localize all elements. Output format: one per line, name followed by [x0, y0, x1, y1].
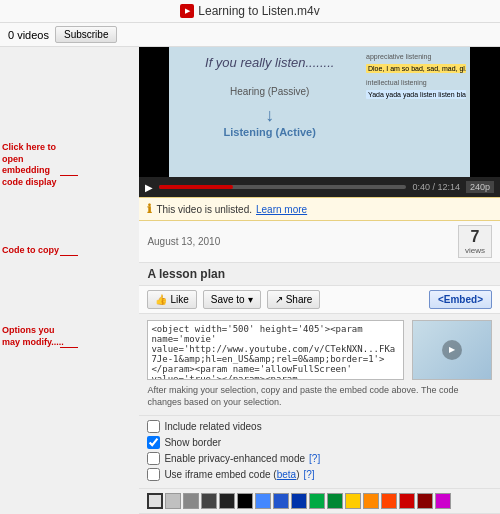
slide-right-item-4: Yada yada yada listen listen blah blah..…: [366, 90, 466, 99]
embed-code-textarea[interactable]: <object width='500' height='405'><param …: [147, 320, 404, 380]
color-swatch[interactable]: [291, 493, 307, 509]
video-progress-bar[interactable]: ▶ 0:40 / 12:14 240p: [139, 177, 500, 197]
annotation-embed-click: Click here to open embedding code displa…: [2, 142, 70, 189]
color-swatch[interactable]: [165, 493, 181, 509]
views-box: 7 views: [458, 225, 492, 258]
learn-more-link[interactable]: Learn more: [256, 204, 307, 215]
color-swatch[interactable]: [327, 493, 343, 509]
iframe-help-link[interactable]: [?]: [303, 469, 314, 480]
video-black-right: [470, 47, 500, 177]
arrow-2: [60, 255, 78, 256]
like-button[interactable]: 👍 Like: [147, 290, 196, 309]
slide-right-panel: appreciative listening Dloe, I am so bad…: [366, 53, 466, 99]
share-icon: ↗: [275, 294, 283, 305]
privacy-label: Enable privacy-enhanced mode: [164, 453, 305, 464]
option-iframe[interactable]: Use iframe embed code (beta) [?]: [147, 468, 492, 481]
info-icon: ℹ: [147, 202, 152, 216]
time-display: 0:40 / 12:14: [412, 182, 460, 192]
chevron-down-icon: ▾: [248, 294, 253, 305]
youtube-icon: [180, 4, 194, 18]
options-section: Include related videos Show border Enabl…: [139, 416, 500, 489]
slide-title: If you really listen........: [179, 55, 360, 70]
option-related-videos[interactable]: Include related videos: [147, 420, 492, 433]
share-button[interactable]: ↗ Share: [267, 290, 321, 309]
color-palette-section: [139, 489, 500, 514]
views-count: 0 videos: [8, 29, 49, 41]
views-count: 7: [465, 228, 485, 246]
video-player[interactable]: If you really listen........ Hearing (Pa…: [139, 47, 500, 177]
progress-fill: [159, 185, 233, 189]
video-controls-bar: 0 videos Subscribe: [0, 23, 500, 47]
privacy-checkbox[interactable]: [147, 452, 160, 465]
show-border-label: Show border: [164, 437, 221, 448]
slide-right-item-1: appreciative listening: [366, 53, 466, 60]
annotation-options: Options you may modify.....: [2, 325, 70, 348]
upload-date: August 13, 2010: [147, 236, 220, 247]
show-border-checkbox[interactable]: [147, 436, 160, 449]
slide-listening: Listening (Active): [179, 126, 360, 138]
preview-play-icon: ▶: [442, 340, 462, 360]
arrow-3: [60, 347, 78, 348]
color-swatch[interactable]: [399, 493, 415, 509]
video-title: A lesson plan: [139, 263, 500, 286]
slide-hearing: Hearing (Passive): [179, 86, 360, 97]
related-videos-checkbox[interactable]: [147, 420, 160, 433]
date-views-row: August 13, 2010 7 views: [139, 221, 500, 263]
color-swatch[interactable]: [381, 493, 397, 509]
video-black-left: [139, 47, 169, 177]
color-swatch[interactable]: [345, 493, 361, 509]
color-swatch[interactable]: [183, 493, 199, 509]
slide-right-item-2: Dloe, I am so bad, sad, mad, gl...: [366, 64, 466, 73]
color-swatch[interactable]: [417, 493, 433, 509]
video-slide-content: If you really listen........ Hearing (Pa…: [169, 47, 470, 177]
color-swatch[interactable]: [435, 493, 451, 509]
iframe-label: Use iframe embed code (beta): [164, 469, 299, 480]
beta-link[interactable]: beta: [277, 469, 296, 480]
iframe-checkbox[interactable]: [147, 468, 160, 481]
main-content: If you really listen........ Hearing (Pa…: [139, 47, 500, 514]
embed-button[interactable]: <Embed>: [429, 290, 492, 309]
progress-bar[interactable]: [159, 185, 406, 189]
annotations-panel: Click here to open embedding code displa…: [0, 47, 64, 514]
color-swatch[interactable]: [255, 493, 271, 509]
slide-right-item-3: intellectual listening: [366, 79, 466, 86]
info-bar: ℹ This video is unlisted. Learn more: [139, 197, 500, 221]
thumbs-up-icon: 👍: [155, 294, 167, 305]
option-privacy[interactable]: Enable privacy-enhanced mode [?]: [147, 452, 492, 465]
quality-button[interactable]: 240p: [466, 181, 494, 193]
subscribe-button[interactable]: Subscribe: [55, 26, 117, 43]
arrow-1: [60, 175, 78, 176]
page-wrapper: Learning to Listen.m4v 0 videos Subscrib…: [0, 0, 500, 514]
page-title: Learning to Listen.m4v: [198, 4, 319, 18]
color-swatches: [147, 493, 492, 509]
embed-code-row: <object width='500' height='405'><param …: [147, 320, 492, 380]
info-text: This video is unlisted.: [156, 204, 252, 215]
color-swatch[interactable]: [237, 493, 253, 509]
color-swatch[interactable]: [201, 493, 217, 509]
page-header: Learning to Listen.m4v: [0, 0, 500, 23]
color-swatch[interactable]: [309, 493, 325, 509]
embed-preview: ▶: [412, 320, 492, 380]
embed-note: After making your selection, copy and pa…: [147, 384, 492, 409]
save-button[interactable]: Save to ▾: [203, 290, 261, 309]
color-swatch[interactable]: [147, 493, 163, 509]
color-swatch[interactable]: [273, 493, 289, 509]
embed-section: <object width='500' height='405'><param …: [139, 314, 500, 416]
related-videos-label: Include related videos: [164, 421, 261, 432]
slide-arrow-down: ↓: [179, 105, 360, 126]
color-swatch[interactable]: [219, 493, 235, 509]
color-swatch[interactable]: [363, 493, 379, 509]
option-show-border[interactable]: Show border: [147, 436, 492, 449]
privacy-help-link[interactable]: [?]: [309, 453, 320, 464]
action-bar: 👍 Like Save to ▾ ↗ Share <Embed>: [139, 286, 500, 314]
views-label: views: [465, 246, 485, 255]
play-button[interactable]: ▶: [145, 182, 153, 193]
